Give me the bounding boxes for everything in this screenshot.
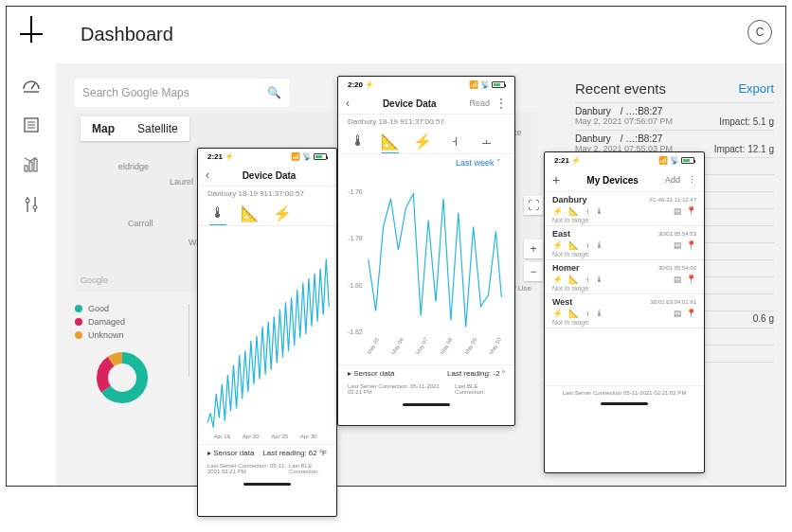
- thermometer-icon: 🌡: [595, 206, 603, 216]
- svg-text:-1.80: -1.80: [348, 282, 363, 289]
- tilt-icon[interactable]: 📐: [242, 204, 259, 222]
- last-reading: Last reading: 62 °F: [262, 449, 327, 457]
- door-icon: ⫞: [585, 309, 589, 318]
- map-search-input[interactable]: Search Google Maps 🔍: [75, 79, 289, 107]
- add-button[interactable]: Add: [665, 175, 680, 185]
- line-chart: Apr 16 Apr 20 Apr 25 Apr 30: [198, 226, 336, 444]
- nav-chart-icon[interactable]: [21, 154, 42, 175]
- svg-text:May 07: May 07: [415, 337, 429, 356]
- shock-icon[interactable]: ⚡: [414, 133, 431, 150]
- sensor-tabs: 🌡 📐 ⚡ ⫞ ⫠: [338, 129, 514, 154]
- status-time: 2:21 ⚡: [554, 156, 581, 165]
- phone-mockup-device-data-2: 2:20 ⚡ 📶📡 ‹ Device Data Read⋮ Danbury 18…: [337, 76, 515, 426]
- sensor-tabs: 🌡 📐 ⚡: [198, 201, 336, 226]
- wifi-icon: 📡: [302, 152, 312, 161]
- home-indicator: [403, 403, 450, 406]
- device-row[interactable]: East30/01:05:54:53⚡📐⫞🌡▤📍Not in range: [545, 226, 704, 260]
- phone-mockup-device-data-1: 2:21 ⚡ 📶📡 ‹ Device Data Danbury 18-19 91…: [197, 148, 337, 517]
- svg-text:Apr 25: Apr 25: [271, 433, 289, 439]
- sidebar-nav: [12, 63, 50, 480]
- add-device-icon[interactable]: +: [552, 172, 560, 187]
- thermometer-icon[interactable]: 🌡: [350, 133, 367, 150]
- google-attrib: Google: [81, 275, 108, 285]
- device-row[interactable]: DanburyF1-46-21 11:12:47⚡📐⫞🌡▤📍Not in ran…: [545, 192, 704, 226]
- shock-icon: ⚡: [552, 206, 563, 216]
- svg-text:May 09: May 09: [463, 336, 477, 355]
- map-tab-satellite[interactable]: Satellite: [126, 116, 189, 141]
- nav-settings-icon[interactable]: [21, 194, 42, 215]
- legend-good: Good: [88, 304, 109, 313]
- user-avatar[interactable]: C: [747, 20, 772, 44]
- pin-icon: 📍: [686, 206, 696, 216]
- tilt-icon[interactable]: 📐: [382, 133, 399, 150]
- signal-icon: 📶: [291, 152, 300, 161]
- screen-title: Device Data: [243, 170, 297, 181]
- legend-unknown: Unknown: [88, 330, 124, 340]
- shock-icon: ⚡: [552, 275, 563, 284]
- more-icon[interactable]: ⋮: [688, 175, 696, 185]
- thermometer-icon[interactable]: 🌡: [209, 204, 226, 222]
- sensor-data-label[interactable]: ▸ Sensor data: [207, 449, 254, 457]
- tilt-icon: 📐: [568, 240, 579, 250]
- map-controls: ⛶ + −: [524, 196, 543, 281]
- svg-text:May 05: May 05: [366, 336, 380, 355]
- events-title: Recent events: [575, 80, 666, 97]
- more-icon[interactable]: ⋮: [495, 97, 507, 110]
- zoom-out-button[interactable]: −: [524, 262, 543, 281]
- shock-icon: ⚡: [552, 309, 563, 318]
- signal-icon: 📶: [469, 80, 478, 89]
- line-chart: -1.76 -1.78 -1.80 -1.82 May 05 May 06 Ma…: [338, 171, 514, 364]
- menu-icon: ▤: [674, 275, 682, 284]
- svg-rect-7: [29, 162, 32, 171]
- svg-text:May 06: May 06: [390, 336, 405, 355]
- device-row[interactable]: West30/01:63:04:01:91⚡📐⫞🌡▤📍Not in range: [545, 294, 704, 328]
- signal-icon: 📶: [658, 156, 668, 165]
- zoom-in-button[interactable]: +: [524, 239, 543, 258]
- sensor-data-label[interactable]: ▸ Sensor data: [348, 369, 394, 378]
- status-time: 2:21 ⚡: [207, 152, 234, 161]
- svg-text:-1.76: -1.76: [348, 188, 363, 195]
- search-icon: 🔍: [267, 86, 281, 99]
- svg-text:-1.78: -1.78: [348, 235, 363, 241]
- shock-icon[interactable]: ⚡: [274, 204, 291, 222]
- svg-text:Apr 30: Apr 30: [300, 433, 318, 439]
- nav-list-icon[interactable]: [21, 115, 42, 135]
- door-open-icon[interactable]: ⫠: [478, 133, 495, 150]
- device-row[interactable]: Homer30/01:05:54:00⚡📐⫞🌡▤📍Not in range: [545, 260, 704, 294]
- back-icon[interactable]: ‹: [206, 168, 209, 182]
- device-list: DanburyF1-46-21 11:12:47⚡📐⫞🌡▤📍Not in ran…: [545, 192, 704, 328]
- legend-damaged: Damaged: [88, 317, 125, 327]
- tilt-icon: 📐: [568, 309, 579, 318]
- pin-icon: 📍: [686, 309, 696, 318]
- wifi-icon: 📡: [480, 80, 490, 89]
- server-conn: Last Server Connection: 05-11-2021 02:21…: [207, 463, 289, 474]
- nav-dashboard-icon[interactable]: [21, 75, 42, 96]
- back-icon[interactable]: ‹: [346, 97, 350, 110]
- svg-point-12: [33, 205, 37, 209]
- read-button[interactable]: Read: [469, 98, 490, 108]
- thermometer-icon: 🌡: [595, 309, 603, 318]
- svg-rect-6: [25, 166, 27, 171]
- home-indicator: [243, 483, 291, 486]
- thermometer-icon: 🌡: [595, 240, 603, 250]
- range-selector[interactable]: Last week ˅: [338, 154, 514, 171]
- tilt-icon: 📐: [568, 275, 579, 284]
- svg-line-0: [31, 83, 35, 89]
- server-conn: Last Server Connection 05-11-2021 02:21:…: [545, 385, 704, 399]
- export-link[interactable]: Export: [738, 81, 774, 96]
- screen-title: Device Data: [383, 98, 437, 109]
- door-closed-icon[interactable]: ⫞: [446, 133, 463, 150]
- status-time: 2:20 ⚡: [348, 80, 374, 89]
- door-icon: ⫞: [585, 206, 589, 216]
- battery-icon: [314, 153, 327, 160]
- fullscreen-icon[interactable]: ⛶: [524, 196, 543, 215]
- ble-conn: Last BLE Connection:: [455, 383, 505, 395]
- search-placeholder: Search Google Maps: [82, 86, 189, 99]
- thermometer-icon: 🌡: [595, 275, 603, 284]
- map-label: eldridge: [118, 162, 149, 171]
- menu-icon: ▤: [674, 240, 682, 250]
- map-tab-map[interactable]: Map: [81, 116, 126, 141]
- status-legend: Good Damaged Unknown: [75, 304, 189, 410]
- event-row[interactable]: Danbury/ …:B8:27 May 2, 2021 07:56:07 PM…: [575, 102, 774, 130]
- menu-icon: ▤: [674, 206, 682, 216]
